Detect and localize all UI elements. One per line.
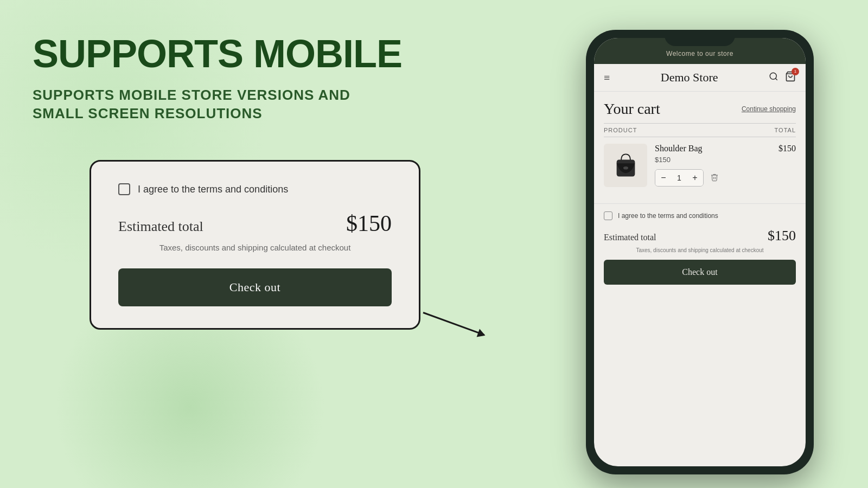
cart-badge: 1 bbox=[792, 68, 799, 75]
subtitle: SUPPORTS MOBILE STORE VERSIONS AND SMALL… bbox=[33, 86, 423, 123]
cart-header-row: Your cart Continue shopping bbox=[604, 100, 796, 118]
svg-point-3 bbox=[623, 166, 628, 169]
main-title: SUPPORTS MOBILE bbox=[33, 33, 423, 75]
quantity-increase-button[interactable]: + bbox=[687, 170, 703, 186]
phone-terms-checkbox[interactable] bbox=[604, 211, 612, 220]
welcome-text: Welcome to our store bbox=[666, 50, 733, 57]
subtitle-line2: SMALL SCREEN RESOLUTIONS bbox=[33, 105, 263, 121]
delete-product-button[interactable] bbox=[708, 171, 721, 185]
quantity-value: 1 bbox=[672, 174, 687, 182]
terms-text: I agree to the terms and conditions bbox=[138, 184, 288, 195]
bag-svg bbox=[614, 151, 638, 181]
continue-shopping-link[interactable]: Continue shopping bbox=[742, 105, 796, 113]
cart-icon[interactable]: 1 bbox=[785, 71, 796, 85]
left-panel: SUPPORTS MOBILE SUPPORTS MOBILE STORE VE… bbox=[33, 33, 423, 123]
svg-point-0 bbox=[770, 73, 776, 79]
phone-notch bbox=[665, 30, 735, 46]
phone-outer: Welcome to our store ≡ Demo Store bbox=[586, 30, 814, 474]
phone-estimated-label: Estimated total bbox=[604, 233, 656, 242]
phone-checkout-button[interactable]: Check out bbox=[604, 260, 796, 285]
phone-terms-text: I agree to the terms and conditions bbox=[618, 212, 718, 220]
arrow-line bbox=[423, 312, 484, 336]
product-total-price: $150 bbox=[778, 144, 796, 153]
phone-total-row: Estimated total $150 bbox=[604, 228, 796, 244]
total-amount: $150 bbox=[346, 210, 392, 236]
taxes-note: Taxes, discounts and shipping calculated… bbox=[118, 243, 392, 252]
product-image bbox=[604, 144, 647, 187]
terms-row: I agree to the terms and conditions bbox=[118, 183, 392, 195]
phone-screen: Welcome to our store ≡ Demo Store bbox=[594, 38, 806, 466]
zoom-card: I agree to the terms and conditions Esti… bbox=[90, 160, 420, 330]
total-row: Estimated total $150 bbox=[118, 210, 392, 236]
phone-total-amount: $150 bbox=[768, 228, 796, 244]
total-col-header: TOTAL bbox=[775, 127, 796, 133]
phone-bottom: I agree to the terms and conditions Esti… bbox=[594, 203, 806, 292]
hamburger-icon[interactable]: ≡ bbox=[604, 72, 610, 83]
table-header: PRODUCT TOTAL bbox=[604, 123, 796, 137]
cart-title: Your cart bbox=[604, 100, 660, 118]
quantity-decrease-button[interactable]: − bbox=[655, 170, 672, 186]
quantity-control: − 1 + bbox=[655, 169, 704, 187]
phone-container: Welcome to our store ≡ Demo Store bbox=[586, 30, 814, 474]
phone-header: ≡ Demo Store 1 bbox=[594, 64, 806, 92]
phone-content: Your cart Continue shopping PRODUCT TOTA… bbox=[594, 92, 806, 203]
checkout-button[interactable]: Check out bbox=[118, 268, 392, 306]
search-icon[interactable] bbox=[769, 72, 778, 84]
header-icons: 1 bbox=[769, 71, 796, 85]
store-name: Demo Store bbox=[661, 70, 718, 85]
subtitle-line1: SUPPORTS MOBILE STORE VERSIONS AND bbox=[33, 87, 350, 103]
product-name: Shoulder Bag bbox=[655, 144, 771, 153]
quantity-row: − 1 + bbox=[655, 169, 771, 187]
product-info: Shoulder Bag $150 − 1 + bbox=[655, 144, 771, 187]
estimated-total-label: Estimated total bbox=[118, 219, 203, 235]
product-price-small: $150 bbox=[655, 156, 771, 164]
product-col-header: PRODUCT bbox=[604, 127, 637, 133]
phone-terms-row: I agree to the terms and conditions bbox=[604, 211, 796, 220]
product-row: Shoulder Bag $150 − 1 + bbox=[604, 144, 796, 187]
terms-checkbox[interactable] bbox=[118, 183, 130, 195]
phone-taxes-note: Taxes, discounts and shipping calculated… bbox=[604, 247, 796, 253]
